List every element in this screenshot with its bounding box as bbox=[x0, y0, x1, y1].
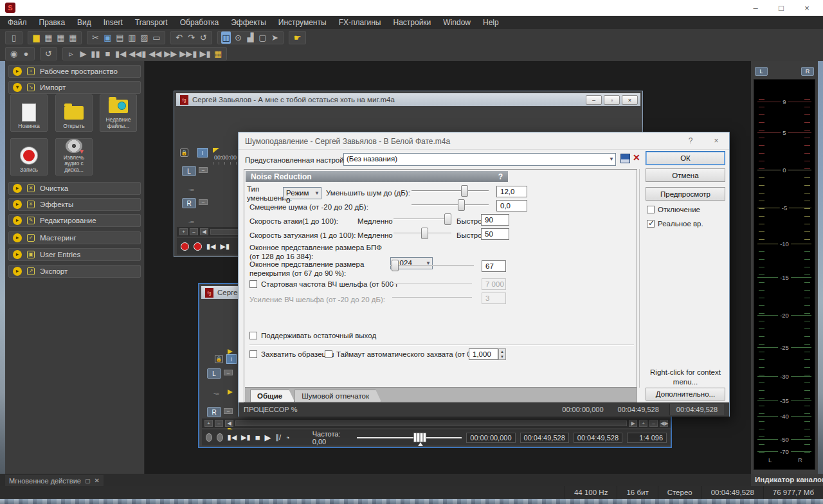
menu-process[interactable]: Обработка bbox=[180, 18, 219, 27]
timeout-value[interactable]: 1,000 bbox=[469, 348, 498, 360]
keep-residual-row[interactable]: Поддерживать остаточный выход bbox=[249, 332, 376, 339]
capture-checkbox[interactable] bbox=[249, 350, 257, 358]
close-icon[interactable]: ✕ bbox=[95, 477, 100, 484]
paste-mix-icon[interactable]: ▨ bbox=[140, 32, 149, 44]
copy-icon[interactable]: ▣ bbox=[103, 32, 113, 44]
go-to-start-icon[interactable]: ▮◀ bbox=[115, 48, 126, 60]
sidebar-item-workspace[interactable]: ▸+ Рабочее пространство bbox=[8, 65, 141, 78]
preset-combobox[interactable]: (Без названия)▼ bbox=[343, 153, 616, 166]
window1-titlebar[interactable]: fg Сергей Завьялов - А мне с тобой остат… bbox=[176, 93, 640, 106]
stop-button[interactable]: ■ bbox=[255, 433, 260, 442]
menu-window[interactable]: Window bbox=[443, 18, 471, 27]
expand-arrow-icon[interactable]: ▸ bbox=[13, 200, 22, 209]
save-icon[interactable]: ▦ bbox=[44, 32, 53, 44]
realtime-row[interactable]: Реальное вр. bbox=[647, 220, 703, 228]
sidebar-item-mastering[interactable]: ▸✓ Мастеринг bbox=[8, 231, 141, 244]
zoom-out-h-button[interactable]: – bbox=[649, 420, 658, 427]
paste-icon[interactable]: ▤ bbox=[115, 32, 125, 44]
marker-triangle-icon[interactable] bbox=[228, 349, 233, 354]
left-channel-button[interactable]: L bbox=[182, 166, 196, 176]
reduce-value[interactable]: 12,0 bbox=[496, 186, 527, 197]
bias-value[interactable]: 0,0 bbox=[496, 200, 527, 212]
window1-close-button[interactable]: × bbox=[622, 95, 638, 105]
pause-icon[interactable]: ▮▮ bbox=[91, 48, 100, 60]
menu-tools[interactable]: Инструменты bbox=[278, 18, 327, 27]
forward-all-icon[interactable]: ▶▶▮ bbox=[179, 48, 197, 60]
right-channel-collapse-button[interactable]: – bbox=[199, 199, 208, 205]
shelf-freq-row[interactable]: Стартовая частота ВЧ шельфа (от 500 г bbox=[249, 280, 398, 288]
undock-icon[interactable]: ▢ bbox=[85, 478, 91, 484]
release-slider[interactable] bbox=[393, 228, 451, 240]
edit-tool-icon[interactable]: ◫ bbox=[221, 32, 231, 44]
forward-icon[interactable]: ▶▶ bbox=[164, 48, 177, 60]
left-channel-collapse-button[interactable]: – bbox=[224, 370, 233, 375]
level-meter[interactable]: 9 5 0 -5 -10 -15 -20 -25 -30 -35 -40 -50… bbox=[754, 79, 815, 470]
tile-recent-files[interactable]: Недавние файлы... bbox=[100, 94, 137, 132]
scroll-left-button[interactable]: ◀ bbox=[225, 420, 233, 427]
menu-options[interactable]: Настройки bbox=[393, 18, 431, 27]
go-to-end-icon[interactable]: ▶▮ bbox=[199, 48, 210, 60]
bypass-checkbox[interactable] bbox=[647, 206, 655, 213]
go-to-end-button[interactable]: ▶▮ bbox=[221, 242, 230, 251]
app-maximize-button[interactable]: □ bbox=[768, 0, 794, 16]
tab-general[interactable]: Общие bbox=[250, 390, 294, 402]
lock-icon[interactable]: 🔒 bbox=[215, 355, 223, 363]
overview-waveform-selected[interactable] bbox=[177, 108, 320, 129]
record-icon[interactable] bbox=[194, 242, 202, 251]
menu-insert[interactable]: Insert bbox=[104, 18, 123, 27]
sidebar-item-editing[interactable]: ▸✎ Редактирование bbox=[8, 214, 141, 227]
plugin-chain-icon[interactable]: ▦ bbox=[213, 48, 223, 60]
cut-icon[interactable]: ✂ bbox=[91, 32, 100, 44]
edit-cursor-tool-icon[interactable]: I bbox=[197, 148, 208, 158]
scroll-right-button[interactable]: ▶ bbox=[629, 420, 637, 427]
redo-icon[interactable]: ↷ bbox=[186, 32, 196, 44]
tab-noiseprint[interactable]: Шумовой отпечаток bbox=[294, 390, 381, 402]
monitor-icon[interactable]: ◔ bbox=[285, 434, 290, 442]
menu-help[interactable]: Help bbox=[483, 18, 499, 27]
expand-arrow-icon[interactable]: ▸ bbox=[13, 67, 22, 76]
go-to-end-button[interactable]: ▶▮ bbox=[241, 433, 251, 442]
zoom-in-h-button[interactable]: + bbox=[639, 420, 647, 427]
rewind-all-icon[interactable]: ◀◀▮ bbox=[129, 48, 146, 60]
sidebar-item-cleaning[interactable]: ▸✕ Очистка bbox=[8, 182, 141, 195]
tile-open[interactable]: Открыть bbox=[55, 94, 93, 132]
undo-icon[interactable]: ↶ bbox=[174, 32, 184, 44]
zoom-out-button[interactable]: – bbox=[190, 228, 198, 235]
app-minimize-button[interactable]: – bbox=[743, 0, 768, 16]
attack-value[interactable]: 90 bbox=[481, 214, 509, 226]
open-file-icon[interactable]: ▆ bbox=[32, 32, 41, 44]
tile-new[interactable]: Новинка bbox=[10, 94, 48, 132]
stop-icon[interactable]: ■ bbox=[103, 48, 113, 60]
keep-residual-checkbox[interactable] bbox=[249, 332, 257, 339]
tile-extract-audio[interactable]: Извлечь аудио с диска... bbox=[55, 138, 93, 176]
marker-triangle-icon[interactable] bbox=[228, 390, 233, 395]
type-combobox[interactable]: Режим 0▼ bbox=[283, 187, 321, 199]
plugin-help-icon[interactable]: ? bbox=[498, 172, 503, 181]
scroll-left-button[interactable]: ◀ bbox=[200, 228, 208, 235]
expand-arrow-icon[interactable]: ▸ bbox=[13, 267, 22, 276]
lock-icon[interactable]: 🔒 bbox=[180, 148, 188, 157]
app-close-button[interactable]: × bbox=[794, 0, 820, 16]
shelf-freq-checkbox[interactable] bbox=[249, 280, 257, 288]
zoom-out-button[interactable]: – bbox=[215, 420, 223, 427]
realtime-checkbox[interactable] bbox=[647, 220, 655, 228]
save-as-icon[interactable]: ▦ bbox=[56, 32, 66, 44]
ok-button[interactable]: ОК bbox=[646, 151, 725, 165]
statistics-icon[interactable]: ▟ bbox=[246, 32, 255, 44]
scrub-tool-icon[interactable]: ∥/ bbox=[275, 433, 281, 442]
window1-minimize-button[interactable]: – bbox=[586, 95, 602, 105]
record-icon[interactable] bbox=[217, 433, 223, 442]
preview-button[interactable]: Предпросмотр bbox=[646, 187, 725, 201]
rewind-icon[interactable]: ◀◀ bbox=[149, 48, 161, 60]
window2-scrollbar[interactable]: + – ◀ ▶ + – ◀▶ bbox=[202, 419, 671, 428]
more-button[interactable]: Дополнительно... bbox=[646, 388, 725, 401]
fit-view-button[interactable]: ◀▶ bbox=[660, 420, 668, 427]
slider-thumb[interactable] bbox=[461, 185, 468, 197]
expand-arrow-icon[interactable]: ▸ bbox=[13, 184, 22, 193]
capture-row[interactable]: Захватить образец ш bbox=[249, 350, 334, 358]
dialog-close-button[interactable]: × bbox=[708, 135, 725, 147]
tile-record[interactable]: Запись bbox=[10, 138, 48, 176]
noise-reduction-dialog[interactable]: Шумоподавление - Сергей Завьялов - В Бел… bbox=[238, 132, 730, 417]
cancel-button[interactable]: Отмена bbox=[646, 168, 725, 182]
slider-thumb[interactable] bbox=[392, 260, 399, 271]
